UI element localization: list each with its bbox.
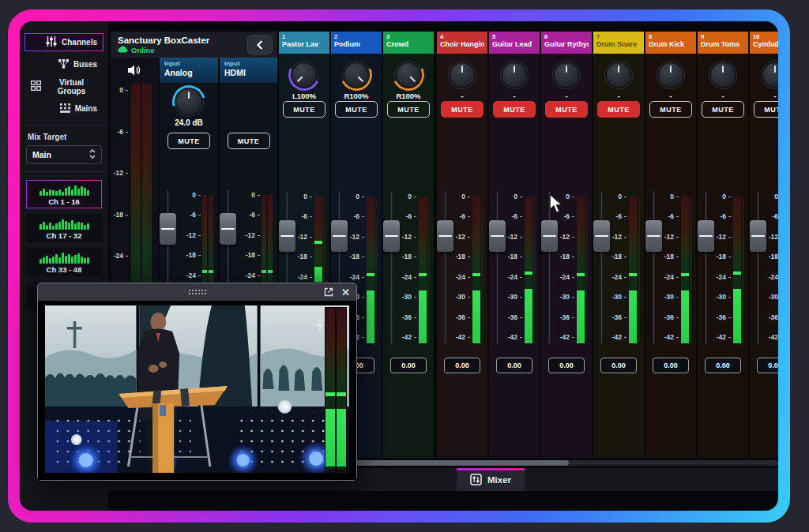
fader-zone: 0-6-12-18-24-30-36-42: [437, 189, 487, 347]
channel-bank-button[interactable]: Ch 1 - 16: [26, 180, 102, 208]
channel-bank-button[interactable]: Ch 33 - 48: [26, 248, 102, 276]
fader-handle[interactable]: [160, 213, 176, 245]
scale-tick: -42: [402, 333, 416, 341]
fader-track[interactable]: [653, 191, 655, 344]
channel-name: Pastor Lav: [282, 40, 326, 49]
fader-track[interactable]: [496, 191, 499, 344]
gain-value-box[interactable]: 0.00: [600, 358, 637, 373]
fader-track[interactable]: [600, 191, 603, 344]
sidebar-item-label: Virtual Groups: [46, 78, 97, 96]
channel-number: 1: [282, 33, 326, 40]
mute-button[interactable]: MUTE: [597, 101, 640, 118]
mute-button[interactable]: MUTE: [493, 101, 536, 118]
mute-button[interactable]: MUTE: [702, 101, 744, 118]
video-window-titlebar[interactable]: ✕: [38, 283, 356, 301]
video-frame-art: [45, 305, 349, 473]
gain-value-box[interactable]: 0.00: [548, 358, 585, 373]
fader-handle[interactable]: [541, 220, 558, 252]
mute-button[interactable]: MUTE: [283, 101, 325, 118]
scale-tick: -18: [560, 253, 574, 260]
pan-knob[interactable]: [593, 62, 644, 88]
pan-knob[interactable]: [750, 62, 778, 88]
channel-name: Crowd: [386, 40, 431, 49]
gain-knob[interactable]: [175, 88, 203, 116]
mute-button[interactable]: MUTE: [649, 101, 692, 118]
scale-tick: -42: [508, 333, 522, 341]
fader-track[interactable]: [390, 191, 393, 344]
pan-knob[interactable]: [489, 62, 540, 88]
sidebar-item-buses[interactable]: Buses: [24, 55, 103, 73]
fader-track[interactable]: [548, 191, 551, 344]
collapse-panel-button[interactable]: [247, 35, 273, 54]
fader-handle[interactable]: [383, 220, 400, 252]
pan-knob[interactable]: [541, 62, 592, 88]
mute-button[interactable]: MUTE: [228, 133, 270, 149]
fader-track[interactable]: [757, 191, 759, 344]
mute-button[interactable]: MUTE: [335, 101, 378, 118]
fader-handle[interactable]: [750, 220, 766, 252]
channel-header[interactable]: 10 Cymbals: [750, 32, 778, 54]
mute-button[interactable]: MUTE: [441, 101, 484, 118]
fader-scale: 0-6-12-18-24-30-36-42: [769, 193, 778, 341]
sidebar-item-virtual-groups[interactable]: Virtual Groups: [24, 77, 103, 96]
mute-button[interactable]: MUTE: [387, 101, 430, 118]
pan-knob[interactable]: [698, 62, 748, 88]
pan-knob[interactable]: [437, 62, 487, 88]
gain-value-box[interactable]: 0.00: [757, 358, 778, 373]
gain-value-box[interactable]: 0.00: [705, 358, 741, 373]
fader-handle[interactable]: [698, 220, 714, 252]
fader-track[interactable]: [444, 191, 446, 344]
channel-header[interactable]: 1 Pastor Lav: [279, 32, 329, 54]
channel-header[interactable]: 8 Drum Kick: [645, 32, 696, 54]
close-icon[interactable]: ✕: [341, 287, 350, 298]
pan-knob[interactable]: [645, 62, 696, 88]
channel-header[interactable]: 7 Drum Snare: [593, 32, 644, 54]
channel-header[interactable]: 4 Choir Hanging: [437, 32, 487, 54]
fader-scale: 0-6-12-18-24-30-36-42: [560, 193, 574, 341]
fader-zone: 0-6-12-18-24-30-36-42: [698, 189, 748, 347]
fader-zone: 0-6-12-18-24-30-36-42: [489, 189, 540, 347]
gain-value-box[interactable]: 0.00: [390, 358, 427, 373]
pan-pointer: [461, 66, 463, 73]
fader-handle[interactable]: [331, 220, 348, 252]
scale-tick: -24: [186, 272, 201, 279]
channel-header[interactable]: 6 Guitar Rythym: [541, 32, 592, 54]
scale-tick: -24: [298, 273, 312, 281]
mute-button[interactable]: MUTE: [167, 133, 210, 149]
fader-handle[interactable]: [645, 220, 662, 252]
gain-value-box[interactable]: 0.00: [496, 358, 532, 373]
fader-track[interactable]: [705, 191, 707, 344]
pan-knob[interactable]: [279, 62, 329, 88]
sidebar-item-mains[interactable]: Mains: [24, 99, 103, 118]
fader-handle[interactable]: [220, 213, 236, 245]
fader-handle[interactable]: [437, 220, 453, 252]
channel-header[interactable]: 5 Guitar Lead: [489, 32, 540, 54]
channel-header[interactable]: 3 Crowd: [383, 32, 434, 54]
mute-button[interactable]: MUTE: [754, 101, 778, 118]
gain-value-box[interactable]: 0.00: [653, 358, 689, 373]
fader-handle[interactable]: [593, 220, 610, 252]
channel-bank-button[interactable]: Ch 17 - 32: [26, 214, 102, 242]
fader-handle[interactable]: [279, 220, 295, 252]
scale-tick: -30: [612, 293, 627, 301]
speaker-icon[interactable]: [111, 58, 158, 77]
level-meter: [525, 197, 536, 343]
open-external-icon[interactable]: [324, 287, 333, 297]
mix-target-select[interactable]: Main: [26, 145, 102, 164]
mute-button[interactable]: MUTE: [545, 101, 588, 118]
tab-mixer[interactable]: Mixer: [457, 468, 525, 491]
scale-tick: -12: [456, 233, 470, 241]
scale-tick: -42: [717, 333, 731, 341]
drag-handle-icon[interactable]: [189, 290, 206, 294]
fader-handle[interactable]: [489, 220, 506, 252]
scale-tick: -30: [508, 293, 522, 301]
channel-header[interactable]: 2 Podium: [331, 32, 382, 54]
scale-tick: -18: [350, 253, 364, 260]
pan-knob[interactable]: [383, 62, 434, 88]
gain-value-box[interactable]: 0.00: [444, 358, 480, 373]
pan-knob[interactable]: [331, 62, 382, 88]
sidebar-item-channels[interactable]: Channels: [24, 33, 103, 51]
channel-header[interactable]: 9 Drum Toms: [698, 32, 748, 54]
scale-tick: -24: [111, 252, 128, 260]
mixer-icon: [470, 474, 482, 485]
